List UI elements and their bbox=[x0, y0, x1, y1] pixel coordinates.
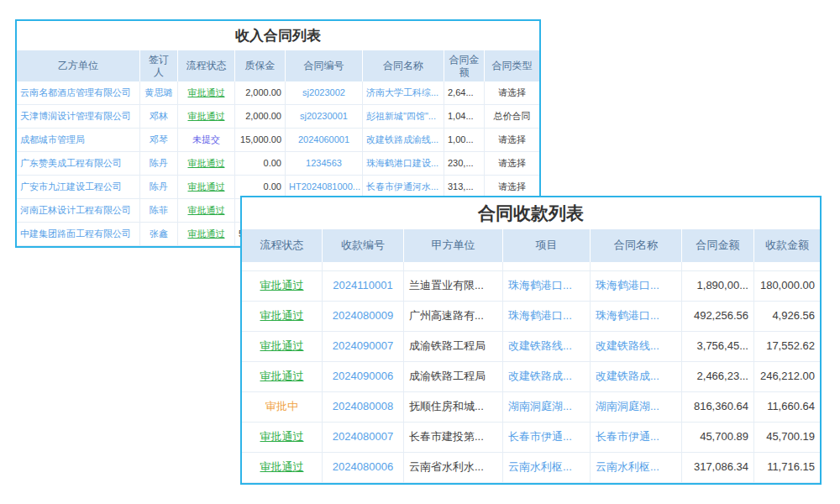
party-a-cell: 长春市建投第... bbox=[404, 423, 503, 452]
contract-payment-table-body: 审批通过2024110001兰迪置业有限...珠海鹤港口...珠海鹤港口...1… bbox=[242, 262, 820, 483]
process-status-cell[interactable]: 审批通过 bbox=[242, 332, 323, 361]
process-status-cell[interactable]: 审批通过 bbox=[242, 362, 323, 391]
contract-name-cell[interactable]: 珠海鹤港口... bbox=[591, 302, 682, 331]
contract-type-cell[interactable]: 请选择 bbox=[485, 129, 539, 151]
process-status-cell[interactable]: 审批通过 bbox=[242, 271, 323, 301]
contract-type-cell[interactable]: 请选择 bbox=[485, 176, 539, 198]
column-header-party-a: 甲方单位 bbox=[404, 229, 503, 262]
contract-type-cell[interactable]: 请选择 bbox=[485, 81, 539, 104]
empty-cell bbox=[404, 262, 503, 270]
income-contract-table-title: 收入合同列表 bbox=[17, 21, 539, 50]
contract-name-cell[interactable]: 改建铁路成渝线... bbox=[363, 129, 444, 151]
signer-cell[interactable]: 邓林 bbox=[140, 105, 178, 128]
contract-name-cell[interactable]: 改建铁路成... bbox=[591, 362, 682, 391]
receipt-no-cell[interactable]: 2024090007 bbox=[323, 332, 404, 361]
contract-payment-table-title: 合同收款列表 bbox=[242, 197, 820, 229]
signer-cell[interactable]: 陈丹 bbox=[140, 176, 178, 198]
contract-no-cell[interactable]: sj20230001 bbox=[286, 105, 363, 128]
receipt-no-cell[interactable]: 2024080006 bbox=[323, 453, 404, 482]
project-cell[interactable]: 珠海鹤港口... bbox=[503, 271, 591, 301]
party-b-cell[interactable]: 广安市九江建设工程公司 bbox=[17, 176, 140, 198]
process-status-cell[interactable]: 审批中 bbox=[242, 392, 323, 422]
column-header-retention-amount: 质保金 bbox=[235, 50, 286, 81]
contract-name-cell[interactable]: 改建铁路线... bbox=[591, 332, 682, 361]
column-header-receipt-amount: 收款金额 bbox=[754, 229, 820, 262]
receipt-no-cell[interactable]: 2024090006 bbox=[323, 362, 404, 391]
column-header-contract-amount: 合同金额 bbox=[682, 229, 754, 262]
retention-amount-cell: 15,000.00 bbox=[235, 129, 286, 151]
signer-cell[interactable]: 黄思璐 bbox=[140, 81, 178, 104]
project-cell[interactable]: 湖南洞庭湖... bbox=[503, 392, 591, 422]
column-header-process-status: 流程状态 bbox=[242, 229, 323, 262]
receipt-amount-cell: 11,716.15 bbox=[754, 453, 820, 482]
contract-type-cell[interactable]: 请选择 bbox=[485, 152, 539, 175]
party-b-cell[interactable]: 中建集团路面工程有限公司 bbox=[17, 223, 140, 245]
contract-amount-cell: 317,086.34 bbox=[682, 453, 754, 482]
process-status-cell[interactable]: 审批通过 bbox=[178, 199, 235, 222]
column-header-contract-amount: 合同金额 bbox=[444, 50, 485, 81]
contract-name-cell[interactable]: 彭祖新城"四馆"... bbox=[363, 105, 444, 128]
column-header-contract-no: 合同编号 bbox=[286, 50, 363, 81]
party-b-cell[interactable]: 成都城市管理局 bbox=[17, 129, 140, 151]
process-status-cell[interactable]: 未提交 bbox=[178, 129, 235, 151]
process-status-cell[interactable]: 审批通过 bbox=[178, 105, 235, 128]
process-status-cell[interactable]: 审批通过 bbox=[178, 176, 235, 198]
party-a-cell: 成渝铁路工程局 bbox=[404, 362, 503, 391]
column-header-signer: 签订人 bbox=[140, 50, 178, 81]
table-row: 云南名都酒店管理有限公司黄思璐审批通过2,000.00sj2023002济南大学… bbox=[17, 81, 539, 105]
contract-no-cell[interactable]: 2024060001 bbox=[286, 129, 363, 151]
contract-payment-table: 合同收款列表 流程状态收款编号甲方单位项目合同名称合同金额收款金额 审批通过20… bbox=[240, 196, 822, 485]
contract-name-cell[interactable]: 珠海鹤港口建设... bbox=[363, 152, 444, 175]
contract-amount-cell: 313,... bbox=[444, 176, 485, 198]
contract-name-cell[interactable]: 济南大学工科综... bbox=[363, 81, 444, 104]
process-status-cell[interactable]: 审批通过 bbox=[178, 81, 235, 104]
process-status-cell[interactable]: 审批通过 bbox=[178, 223, 235, 245]
receipt-no-cell[interactable]: 2024080009 bbox=[323, 302, 404, 331]
project-cell[interactable]: 改建铁路线... bbox=[503, 332, 591, 361]
party-a-cell: 抚顺住房和城... bbox=[404, 392, 503, 422]
contract-type-cell[interactable]: 总价合同 bbox=[485, 105, 539, 128]
contract-no-cell[interactable]: 1234563 bbox=[286, 152, 363, 175]
contract-amount-cell: 230,... bbox=[444, 152, 485, 175]
party-a-cell: 广州高速路有... bbox=[404, 302, 503, 331]
table-row: 审批通过2024090006成渝铁路工程局改建铁路成...改建铁路成...2,4… bbox=[242, 362, 820, 392]
project-cell[interactable]: 珠海鹤港口... bbox=[503, 302, 591, 331]
contract-name-cell[interactable]: 云南水利枢... bbox=[591, 453, 682, 482]
receipt-no-cell[interactable]: 2024110001 bbox=[323, 271, 404, 301]
signer-cell[interactable]: 张鑫 bbox=[140, 223, 178, 245]
empty-cell bbox=[591, 262, 682, 270]
signer-cell[interactable]: 邓琴 bbox=[140, 129, 178, 151]
project-cell[interactable]: 改建铁路成... bbox=[503, 362, 591, 391]
column-header-contract-name: 合同名称 bbox=[363, 50, 444, 81]
receipt-amount-cell: 45,700.19 bbox=[754, 423, 820, 452]
table-row: 审批通过2024080007长春市建投第...长春市伊通...长春市伊通...4… bbox=[242, 423, 820, 453]
signer-cell[interactable]: 陈菲 bbox=[140, 199, 178, 222]
table-row: 审批通过2024090007成渝铁路工程局改建铁路线...改建铁路线...3,7… bbox=[242, 332, 820, 362]
receipt-no-cell[interactable]: 2024080008 bbox=[323, 392, 404, 422]
process-status-cell[interactable]: 审批通过 bbox=[242, 302, 323, 331]
contract-name-cell[interactable]: 湖南洞庭湖... bbox=[591, 392, 682, 422]
process-status-cell[interactable]: 审批通过 bbox=[242, 453, 323, 482]
receipt-amount-cell: 180,000.00 bbox=[754, 271, 820, 301]
retention-amount-cell: 0.00 bbox=[235, 152, 286, 175]
signer-cell[interactable]: 陈丹 bbox=[140, 152, 178, 175]
party-b-cell[interactable]: 天津博润设计管理有限公司 bbox=[17, 105, 140, 128]
contract-no-cell[interactable]: HT2024081000... bbox=[286, 176, 363, 198]
contract-payment-table-header: 流程状态收款编号甲方单位项目合同名称合同金额收款金额 bbox=[242, 229, 820, 262]
project-cell[interactable]: 云南水利枢... bbox=[503, 453, 591, 482]
column-header-contract-name: 合同名称 bbox=[591, 229, 682, 262]
contract-name-cell[interactable]: 珠海鹤港口... bbox=[591, 271, 682, 301]
receipt-no-cell[interactable]: 2024080007 bbox=[323, 423, 404, 452]
contract-name-cell[interactable]: 长春市伊通... bbox=[591, 423, 682, 452]
contract-amount-cell: 1,04... bbox=[444, 105, 485, 128]
receipt-amount-cell: 4,926.56 bbox=[754, 302, 820, 331]
party-b-cell[interactable]: 河南正林设计工程有限公司 bbox=[17, 199, 140, 222]
contract-amount-cell: 492,256.56 bbox=[682, 302, 754, 331]
process-status-cell[interactable]: 审批通过 bbox=[178, 152, 235, 175]
project-cell[interactable]: 长春市伊通... bbox=[503, 423, 591, 452]
party-b-cell[interactable]: 云南名都酒店管理有限公司 bbox=[17, 81, 140, 104]
party-b-cell[interactable]: 广东赞美成工程有限公司 bbox=[17, 152, 140, 175]
process-status-cell[interactable]: 审批通过 bbox=[242, 423, 323, 452]
contract-no-cell[interactable]: sj2023002 bbox=[286, 81, 363, 104]
contract-name-cell[interactable]: 长春市伊通河水... bbox=[363, 176, 444, 198]
